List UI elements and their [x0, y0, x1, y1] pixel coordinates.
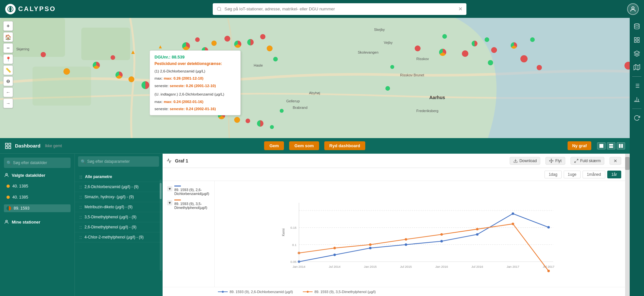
layout-split-h-button[interactable] [607, 142, 615, 149]
chart-panel: Graf 1 Download Flyt [163, 154, 625, 296]
map-marker[interactable] [234, 117, 240, 123]
list-icon[interactable] [632, 81, 642, 91]
database-icon[interactable] [632, 21, 642, 32]
param-item-4[interactable]: :: 3,5-Dimethylphenol (µg/l) - (9) [75, 212, 162, 222]
map-marker[interactable] [485, 37, 489, 42]
map-marker[interactable] [385, 86, 390, 91]
layout-split-v-button[interactable] [617, 142, 625, 149]
map-marker[interactable] [247, 39, 254, 45]
map-marker[interactable] [280, 109, 284, 113]
map-icon[interactable] [632, 62, 642, 72]
legend-toggle-1[interactable]: ▼ [167, 186, 172, 191]
panel-scrollbar-thumb[interactable] [625, 157, 630, 170]
grid-icon[interactable] [632, 35, 642, 45]
refresh-icon[interactable] [632, 113, 642, 123]
user-avatar-button[interactable] [627, 3, 639, 15]
measure-button[interactable]: 📏 [3, 65, 13, 75]
legend-toggle-2[interactable]: ▼ [167, 200, 172, 205]
param-search-input[interactable] [78, 156, 159, 167]
map-marker[interactable] [472, 41, 477, 46]
series-blue-dot [405, 243, 407, 246]
back-button[interactable]: ← [3, 87, 13, 97]
map-marker[interactable] [390, 65, 394, 69]
map-marker[interactable] [537, 65, 542, 70]
map-marker[interactable] [257, 120, 263, 127]
move-button[interactable]: Flyt [545, 157, 565, 165]
map-marker[interactable] [246, 119, 250, 123]
gem-button[interactable]: Gem [264, 141, 284, 150]
map-marker[interactable] [442, 34, 447, 39]
ryd-dashboard-button[interactable]: Ryd dashboard [324, 141, 366, 150]
time-1dag-button[interactable]: 1dag [544, 171, 562, 178]
fullscreen-button[interactable]: Fuld skærm [570, 157, 604, 165]
param-search-wrap: 🔍 [75, 154, 162, 169]
map-marker[interactable] [491, 47, 497, 53]
ny-graf-button[interactable]: Ny graf [568, 141, 591, 150]
svg-rect-41 [6, 146, 7, 148]
svg-rect-45 [609, 146, 613, 148]
map-marker[interactable] [273, 57, 278, 61]
datasource-search-input[interactable] [4, 158, 71, 168]
zoom-in-button[interactable]: + [3, 21, 13, 31]
datasource-item-2[interactable]: 40. 1385 [4, 193, 71, 201]
map-marker[interactable] [234, 41, 241, 48]
legend-item-2: ▼ 89. 1593 (9), 3,5-Dimethylphenol(µg/l) [167, 199, 210, 210]
time-1aar-button[interactable]: 1år [607, 171, 621, 178]
all-params-item[interactable]: :: Alle parametre [75, 172, 162, 182]
svg-text:Brabrand: Brabrand [293, 106, 307, 109]
time-1maaned-button[interactable]: 1måned [583, 171, 605, 178]
param-item-3[interactable]: :: Metribuzin-diketo (µg/l) - (9) [75, 202, 162, 212]
map-marker[interactable] [182, 42, 190, 50]
map-area[interactable]: Risskov Vejby Skejby Skolevangen Risskov… [0, 18, 630, 138]
series-blue-line [299, 214, 548, 262]
search-bar-container: ✕ [213, 3, 466, 15]
map-marker[interactable] [267, 45, 273, 51]
param-item-2[interactable]: :: Simazin, hydroxy- (µg/l) - (9) [75, 192, 162, 202]
warning-marker[interactable]: ▲ [158, 44, 163, 50]
param-item-1[interactable]: :: 2,6-Dichlorbenzamid (µg/l) - (9) [75, 182, 162, 192]
series-orange-dot [333, 247, 336, 250]
map-marker[interactable] [111, 55, 115, 60]
close-chart-button[interactable] [610, 157, 621, 165]
map-marker[interactable] [270, 125, 274, 129]
datasource-item-3[interactable]: 89. 1593 [4, 204, 71, 212]
layers-icon[interactable] [632, 48, 642, 59]
search-clear-icon[interactable]: ✕ [458, 6, 463, 12]
datasource-item-1[interactable]: 40. 1385 [4, 182, 71, 190]
map-marker[interactable] [41, 52, 46, 57]
map-marker[interactable] [141, 81, 149, 89]
logo-area: CALYPSO [5, 4, 57, 14]
home-button[interactable]: 🏠 [3, 32, 13, 42]
chart-icon[interactable] [632, 94, 642, 105]
map-marker[interactable] [63, 68, 70, 75]
svg-marker-26 [634, 65, 640, 70]
map-marker[interactable] [488, 60, 493, 65]
time-1uge-button[interactable]: 1uge [564, 171, 581, 178]
map-marker[interactable] [260, 34, 265, 39]
location-button[interactable]: 📍 [3, 54, 13, 64]
map-marker[interactable] [93, 62, 100, 69]
map-marker[interactable] [128, 76, 134, 82]
search-input[interactable] [224, 6, 456, 11]
map-marker[interactable] [415, 45, 421, 51]
map-marker[interactable] [439, 49, 446, 56]
gem-som-button[interactable]: Gem som [289, 141, 319, 150]
map-marker[interactable] [195, 37, 200, 42]
map-marker[interactable] [520, 55, 528, 62]
map-marker[interactable] [224, 36, 230, 42]
item-dot-pie [7, 206, 11, 211]
param-item-5[interactable]: :: 2,6-Dimethylphenol (µg/l) - (9) [75, 222, 162, 232]
map-marker[interactable] [462, 50, 468, 57]
minus-circle-button[interactable]: ⊖ [3, 76, 13, 86]
warning-marker[interactable]: ▲ [130, 49, 136, 56]
map-marker[interactable] [530, 37, 535, 42]
map-marker[interactable] [511, 42, 517, 49]
scrollbar-thumb[interactable] [160, 183, 162, 199]
zoom-out-button[interactable]: − [3, 43, 13, 53]
map-marker[interactable] [115, 71, 123, 79]
download-button[interactable]: Download [510, 157, 540, 165]
layout-single-button[interactable] [597, 142, 606, 149]
forward-button[interactable]: → [3, 98, 13, 108]
map-marker[interactable] [211, 41, 217, 46]
param-item-6[interactable]: :: 4-Chlor-2-methylphenol (µg/l) - (9) [75, 232, 162, 242]
